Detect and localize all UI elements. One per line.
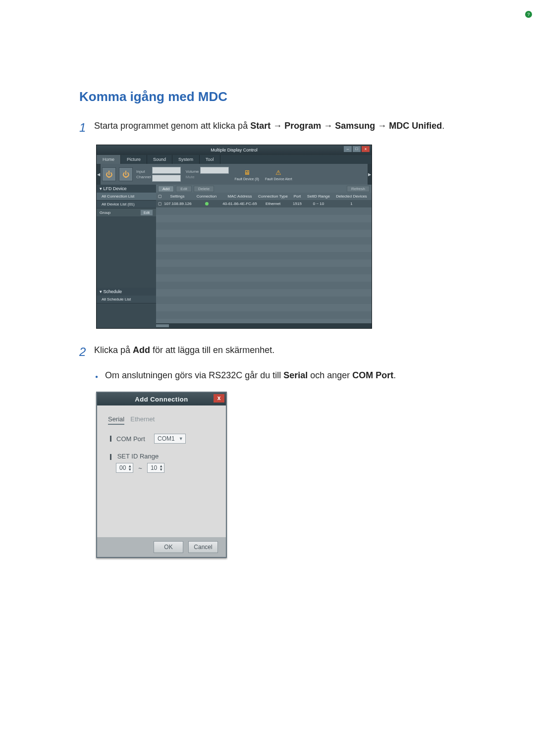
- step-2-number: 2: [79, 343, 94, 361]
- grid-row-port: 1515: [289, 200, 306, 207]
- comport-label: COM Port: [116, 435, 149, 443]
- menu-system[interactable]: System: [172, 155, 200, 164]
- ok-button[interactable]: OK: [154, 541, 183, 553]
- fault-alert-icon: ⚠: [273, 168, 283, 177]
- step-1-number: 1: [79, 118, 94, 137]
- setid-from-stepper[interactable]: 00 ▲▼: [116, 463, 133, 473]
- stepper-arrows-icon: ▲▼: [159, 464, 163, 471]
- status-online-icon: [205, 202, 209, 205]
- channel-select[interactable]: [152, 175, 181, 182]
- add-button[interactable]: Add: [158, 186, 174, 192]
- menu-tool[interactable]: Tool: [200, 155, 220, 164]
- tab-ethernet[interactable]: Ethernet: [130, 415, 155, 425]
- menu-home[interactable]: Home: [97, 155, 121, 164]
- add-connection-dialog: Add Connection x Serial Ethernet COM Por…: [96, 392, 227, 558]
- step-2-text: Klicka på Add för att lägga till en skär…: [94, 344, 456, 357]
- help-icon[interactable]: ?: [525, 11, 532, 18]
- mdc-title: Multiple Display Control: [97, 148, 372, 152]
- addconn-close-button[interactable]: x: [214, 394, 224, 403]
- grid-header-port: Port: [289, 193, 306, 200]
- field-marker-icon: [110, 436, 111, 442]
- sidebar-all-connection[interactable]: All Connection List: [97, 193, 156, 201]
- toolbar-prev-arrow[interactable]: ◀: [97, 164, 101, 185]
- refresh-button[interactable]: Refresh: [347, 186, 370, 192]
- grid-row-connection-status: [191, 200, 222, 207]
- input-label: Input: [136, 169, 151, 174]
- mdc-menubar: Home Picture Sound System Tool: [97, 155, 372, 164]
- menu-picture[interactable]: Picture: [121, 155, 147, 164]
- setid-to-value: 10: [151, 464, 157, 471]
- setid-label: SET ID Range: [117, 453, 159, 460]
- tab-serial[interactable]: Serial: [108, 415, 124, 425]
- sidebar-schedule-header[interactable]: ▾ Schedule: [97, 288, 156, 296]
- setid-range-separator: ~: [138, 464, 142, 472]
- input-combo: Input Channel: [136, 169, 151, 179]
- power-on-icon[interactable]: ⏻: [102, 167, 116, 181]
- step-1-text: Starta programmet genom att klicka på St…: [94, 119, 456, 133]
- setid-range: 00 ▲▼ ~ 10 ▲▼: [116, 463, 213, 473]
- grid-header-settings: Settings: [164, 193, 191, 200]
- addconn-titlebar: Add Connection x: [97, 393, 226, 405]
- fault-device-icon: 🖥: [242, 168, 252, 177]
- setid-label-row: SET ID Range: [110, 453, 213, 460]
- grid-horizontal-scrollbar[interactable]: [156, 323, 372, 328]
- comport-field: COM Port COM1 ▼: [110, 434, 213, 444]
- section-title: Komma igång med MDC: [79, 89, 456, 104]
- volume-combo: Volume Mute: [186, 169, 199, 179]
- setid-to-stepper[interactable]: 10 ▲▼: [147, 463, 164, 473]
- grid-header-setid: SetID Range: [306, 193, 331, 200]
- scrollbar-thumb[interactable]: [156, 324, 169, 327]
- grid-toolbar: Add Edit Delete Refresh: [156, 185, 372, 193]
- input-select[interactable]: [152, 167, 181, 174]
- field-marker-icon: [110, 454, 111, 460]
- window-maximize-button[interactable]: □: [353, 146, 361, 152]
- mdc-toolbar: ◀ ⏻ ⏻ Input Channel Volume Mute 🖥 Fault: [97, 164, 372, 185]
- chevron-down-icon: ▼: [179, 436, 183, 441]
- toolbar-next-arrow[interactable]: ▶: [368, 164, 372, 185]
- grid-row-setid: 0 ~ 10: [306, 200, 331, 207]
- sidebar-group-label: Group: [100, 210, 110, 215]
- stepper-arrows-icon: ▲▼: [128, 464, 132, 471]
- delete-button[interactable]: Delete: [194, 186, 214, 192]
- grid-row-checkbox[interactable]: ▢: [156, 200, 164, 207]
- mdc-sidebar: ▾ LFD Device All Connection List All Dev…: [97, 185, 156, 328]
- step-2-bullet: ● Om anslutningen görs via RS232C går du…: [95, 369, 456, 383]
- window-close-button[interactable]: x: [362, 146, 370, 152]
- mdc-titlebar: Multiple Display Control – □ x: [97, 145, 372, 155]
- grid-header-mac: MAC Address: [222, 193, 257, 200]
- addconn-title: Add Connection: [97, 396, 226, 403]
- grid-header-detected: Detected Devices: [331, 193, 372, 200]
- addconn-footer: OK Cancel: [97, 537, 226, 557]
- setid-from-value: 00: [119, 464, 126, 471]
- grid-header-checkbox[interactable]: ▢: [156, 193, 164, 200]
- sidebar-lfd-header[interactable]: ▾ LFD Device: [97, 185, 156, 193]
- sidebar-all-device[interactable]: All Device List (01): [97, 201, 156, 208]
- grid-header-row: ▢ Settings Connection Status MAC Address…: [156, 193, 372, 200]
- sidebar-group-row: Group Edit: [97, 208, 156, 216]
- addconn-tabs: Serial Ethernet: [97, 405, 226, 425]
- fault-alert-block[interactable]: ⚠ Fault Device Alert: [265, 168, 292, 181]
- sidebar-all-schedule[interactable]: All Schedule List: [97, 296, 156, 303]
- menu-sound[interactable]: Sound: [147, 155, 172, 164]
- step-2: 2 Klicka på Add för att lägga till en sk…: [79, 344, 456, 361]
- bullet-icon: ●: [95, 373, 98, 381]
- fault-device-block[interactable]: 🖥 Fault Device (0): [235, 168, 259, 181]
- comport-select[interactable]: COM1 ▼: [154, 434, 186, 444]
- grid-row-detected: 1: [331, 200, 372, 207]
- channel-label: Channel: [136, 175, 151, 179]
- edit-button[interactable]: Edit: [176, 186, 192, 192]
- grid-header-connection-status: Connection Status: [191, 193, 222, 200]
- sidebar-group-edit-button[interactable]: Edit: [140, 209, 153, 216]
- volume-select[interactable]: [200, 167, 229, 174]
- grid-row-settings: 107.108.89.126: [164, 200, 191, 207]
- cancel-button[interactable]: Cancel: [188, 541, 218, 553]
- bullet-text: Om anslutningen görs via RS232C går du t…: [105, 369, 396, 383]
- power-off-icon[interactable]: ⏻: [119, 167, 133, 181]
- mute-label: Mute: [186, 175, 199, 179]
- grid-data-row[interactable]: ▢ 107.108.89.126 40-61-86-4E-FC-65 Ether…: [156, 200, 372, 207]
- grid-row-mac: 40-61-86-4E-FC-65: [222, 200, 257, 207]
- volume-label: Volume: [186, 169, 199, 174]
- grid-header-type: Connection Type: [257, 193, 289, 200]
- step-1: 1 Starta programmet genom att klicka på …: [79, 119, 456, 137]
- window-minimize-button[interactable]: –: [344, 146, 352, 152]
